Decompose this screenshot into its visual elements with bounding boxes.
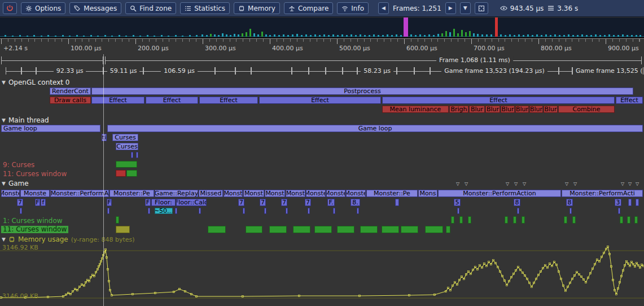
zone-marker[interactable]: [517, 208, 519, 214]
zone-marker[interactable]: [148, 208, 150, 214]
zone-marker[interactable]: [308, 208, 310, 214]
collapse-icon[interactable]: ▼: [2, 117, 6, 123]
zone-f[interactable]: F: [35, 199, 40, 206]
lock-activity-bar[interactable]: [505, 216, 508, 224]
zone-effect[interactable]: Effect: [382, 97, 615, 104]
lock-activity-bar[interactable]: [627, 216, 630, 224]
zone-8[interactable]: 8: [566, 199, 573, 206]
zone-marker[interactable]: [199, 208, 201, 214]
zone-effect[interactable]: Effect: [199, 97, 258, 104]
zone-marker[interactable]: [136, 152, 138, 158]
lock-activity-bar[interactable]: [208, 226, 226, 233]
zone-marker[interactable]: [357, 208, 359, 214]
zone-marker[interactable]: [618, 208, 620, 214]
lock-event-marker-icon[interactable]: ▽: [514, 182, 518, 186]
lock-activity-bar[interactable]: [564, 216, 567, 224]
zone-postprocess[interactable]: Postprocess: [91, 88, 633, 95]
zone-marker[interactable]: [333, 208, 335, 214]
zone-floor-calc[interactable]: Floor::Calc: [176, 199, 207, 206]
lock-activity-bar[interactable]: [360, 226, 378, 233]
zone-rendercont[interactable]: RenderCont: [50, 88, 91, 95]
zone-f[interactable]: F: [145, 199, 151, 206]
zone-monst[interactable]: Monst: [224, 190, 243, 197]
collapse-icon[interactable]: ▼: [2, 181, 6, 186]
zone-mons[interactable]: Mons: [418, 190, 437, 197]
zone-marker[interactable]: [636, 199, 639, 206]
zone-monste[interactable]: Monste: [20, 190, 50, 197]
zone-marker[interactable]: [175, 208, 177, 214]
zone-marker[interactable]: [569, 208, 572, 214]
zone-blur[interactable]: Blur: [544, 106, 558, 113]
section-memory[interactable]: ▼Memory usage(y-range: 848 bytes): [2, 235, 135, 243]
lock-activity-bar[interactable]: [446, 226, 450, 233]
lock-event-marker-icon[interactable]: ▽: [573, 182, 577, 186]
zone-monster-pe[interactable]: Monster::Pe: [109, 190, 154, 197]
lock-activity-bar[interactable]: [382, 226, 399, 233]
memory-usage-graph[interactable]: [0, 243, 644, 306]
zone-50[interactable]: ~50…: [155, 208, 173, 214]
zone-marker[interactable]: [243, 208, 245, 214]
lock-activity-bar[interactable]: [513, 216, 516, 224]
zone-monster-pe[interactable]: Monster::Pe: [366, 190, 418, 197]
zone-ti[interactable]: ti: [102, 134, 107, 141]
zone-f[interactable]: F: [107, 199, 112, 206]
zone-blur[interactable]: Blur: [485, 106, 500, 113]
zone-curses[interactable]: Curses: [112, 134, 138, 141]
lock-activity-bar[interactable]: [269, 226, 287, 233]
zone-missed[interactable]: Missed: [199, 190, 223, 197]
zone-monster-performacti[interactable]: Monster::PerformActi: [562, 190, 643, 197]
zone-monste[interactable]: Monste: [1, 190, 20, 197]
zone-monst[interactable]: Monst: [286, 190, 305, 197]
lock-activity-bar[interactable]: [425, 226, 443, 233]
zone-game-loop[interactable]: Game loop: [107, 125, 643, 132]
zone-monste[interactable]: Monste: [346, 190, 366, 197]
zone-marker[interactable]: [107, 208, 109, 214]
section-game[interactable]: ▼Game: [2, 180, 29, 187]
zone-marker[interactable]: [457, 208, 459, 214]
lock-activity-bar[interactable]: [337, 226, 354, 233]
zone-5[interactable]: 5: [454, 199, 461, 206]
lock-activity-bar[interactable]: [522, 216, 525, 224]
lock-activity-bar[interactable]: [459, 216, 463, 224]
zone-effect[interactable]: Effect: [91, 97, 144, 104]
zone-3[interactable]: 3: [615, 199, 621, 206]
zone-effect[interactable]: Effect: [616, 97, 643, 104]
lock-event-marker-icon[interactable]: ▽: [628, 182, 632, 186]
zone-7[interactable]: 7: [17, 199, 23, 206]
zone-f[interactable]: F.: [327, 199, 335, 206]
lock-activity-bar[interactable]: [401, 226, 418, 233]
zone-marker[interactable]: [628, 199, 632, 206]
zone-marker[interactable]: [286, 208, 288, 214]
collapse-icon[interactable]: ▼: [2, 80, 6, 85]
zone-marker[interactable]: [395, 199, 399, 206]
lock-activity-bar[interactable]: [116, 170, 126, 177]
zone-monste[interactable]: Monste: [326, 190, 345, 197]
lock-event-marker-icon[interactable]: ▽: [621, 182, 624, 186]
zone-monste[interactable]: Monste: [306, 190, 326, 197]
zone-8[interactable]: 8.: [351, 199, 360, 206]
zone-mean-luminance[interactable]: Mean luminance: [382, 106, 449, 113]
lock-activity-bar[interactable]: [451, 216, 454, 224]
zone-7[interactable]: 7: [281, 199, 287, 206]
zone-7[interactable]: 7: [305, 199, 311, 206]
zone-7[interactable]: 7: [260, 199, 266, 206]
zone-curses[interactable]: Curses: [116, 143, 138, 150]
lock-event-marker-icon[interactable]: ▽: [465, 182, 468, 186]
zone-marker[interactable]: [20, 208, 22, 214]
zone-8[interactable]: 8: [514, 199, 520, 206]
zone-marker[interactable]: [131, 152, 133, 158]
zone-blur[interactable]: Blur: [529, 106, 543, 113]
zone-blur[interactable]: Blur: [501, 106, 515, 113]
zone-monst[interactable]: Monst: [243, 190, 264, 197]
lock-activity-bar[interactable]: [126, 170, 137, 177]
zone-f[interactable]: f: [41, 199, 46, 206]
zone-draw-calls[interactable]: Draw calls: [50, 97, 91, 104]
lock-event-marker-icon[interactable]: ▽: [523, 182, 526, 186]
zone-effect[interactable]: Effect: [146, 97, 198, 104]
zone-monster-performaction[interactable]: Monster::PerformAction: [438, 190, 561, 197]
zone-effect[interactable]: Effect: [259, 97, 381, 104]
lock-activity-bar[interactable]: [468, 216, 471, 224]
lock-activity-bar[interactable]: [116, 226, 130, 233]
lock-activity-bar[interactable]: [314, 226, 332, 233]
zone-marker[interactable]: [264, 208, 266, 214]
